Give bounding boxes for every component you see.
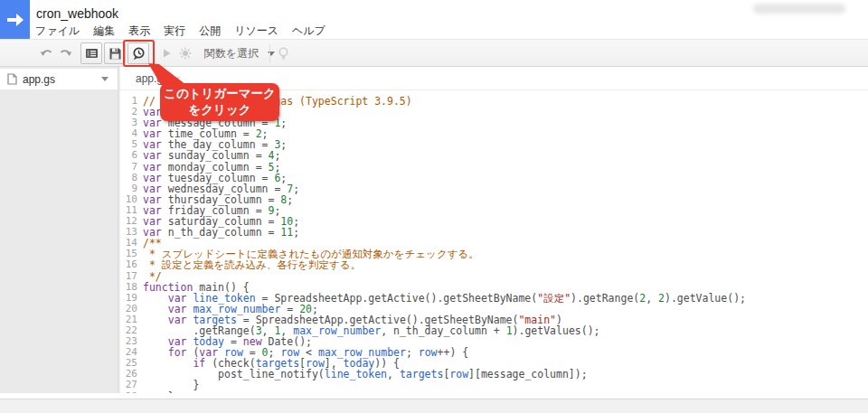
indent-button[interactable] [80,42,102,64]
callout-bubble: このトリガーマーク をクリック [160,83,279,121]
undo-icon[interactable] [40,46,54,61]
line-number: 18 [120,282,137,293]
header: cron_webhook ファイル編集表示実行公開リソースヘルプ [0,0,868,39]
line-number: 8 [120,173,137,183]
menu-item[interactable]: リソース [234,23,278,39]
menubar: ファイル編集表示実行公開リソースヘルプ [35,23,326,39]
menu-item[interactable]: 表示 [128,23,150,39]
menu-item[interactable]: 実行 [164,23,185,39]
line-number: 7 [120,162,137,173]
code-editor: 1234567891011121314151617181920212223242… [120,90,868,393]
arrow-right-icon [6,13,24,27]
function-select-dropdown[interactable]: 関数を選択 [201,42,278,64]
menu-item[interactable]: ヘルプ [292,23,326,39]
function-select-label: 関数を選択 [204,46,259,61]
run-play-icon[interactable] [159,46,174,61]
code-line: * 設定と定義を読み込み、各行を判定する。 [143,259,868,270]
lightbulb-icon[interactable] [276,46,291,61]
line-number-gutter: 1234567891011121314151617181920212223242… [120,90,137,393]
line-number: 16 [120,259,137,270]
code-line: var n_th_day_column = 11; [143,227,868,238]
menu-item[interactable]: ファイル [35,23,80,39]
code-line: } [143,380,868,390]
save-icon [108,47,122,61]
redacted-account-info [753,4,845,14]
app-logo[interactable] [0,0,30,39]
line-number: 27 [120,380,137,390]
menu-item[interactable]: 公開 [199,23,221,39]
indent-icon [85,47,99,60]
line-number: 6 [120,150,137,161]
toolbar-separator [269,44,270,62]
code-line: */ [143,271,868,282]
sidebar-file-name: app.gs [23,73,101,86]
redo-icon[interactable] [58,46,72,61]
menu-item[interactable]: 編集 [93,23,115,39]
line-number: 19 [120,293,137,304]
file-sidebar: app.gs [0,67,118,393]
project-title: cron_webhook [36,6,118,21]
code-area[interactable]: // Compiled using ts2gas (TypeScript 3.9… [137,90,868,393]
footer-bar [0,399,868,413]
chevron-down-icon[interactable] [101,77,108,81]
callout-tail [143,63,193,85]
line-number: 17 [120,271,137,282]
apps-script-editor-window: cron_webhook ファイル編集表示実行公開リソースヘルプ [0,0,868,413]
callout-text-line1: このトリガーマーク [160,86,279,102]
code-line: post_line_notify(line_token, targets[row… [143,369,868,380]
file-document-icon [7,73,17,85]
sidebar-item-app-gs[interactable]: app.gs [0,69,118,89]
debug-bug-icon[interactable] [178,46,193,61]
callout-text-line2: をクリック [160,102,279,118]
